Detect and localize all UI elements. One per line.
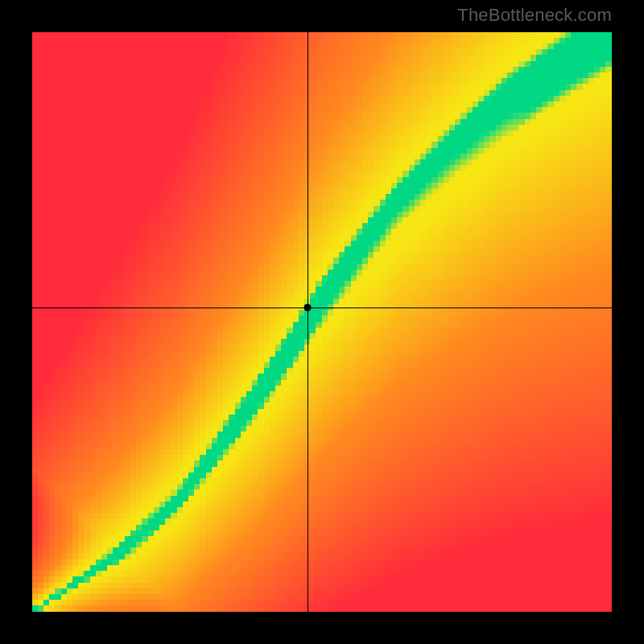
chart-frame: TheBottleneck.com bbox=[0, 0, 644, 644]
watermark-text: TheBottleneck.com bbox=[457, 5, 612, 26]
bottleneck-heatmap bbox=[32, 32, 612, 612]
